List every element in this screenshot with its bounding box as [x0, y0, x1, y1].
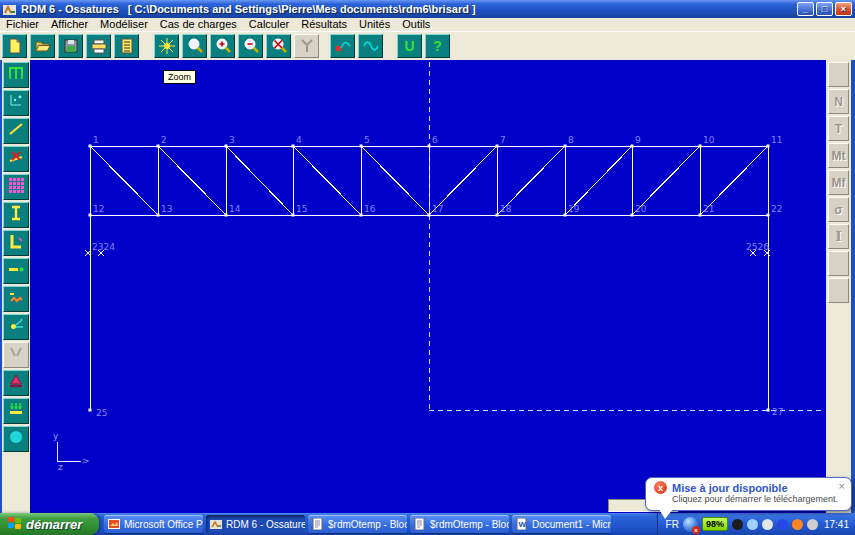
- menu-unit-s[interactable]: Unités: [353, 18, 396, 31]
- menu-afficher[interactable]: Afficher: [45, 18, 94, 31]
- results-shear-button[interactable]: T: [828, 116, 849, 141]
- support-button[interactable]: [3, 370, 29, 396]
- delete-member-button[interactable]: [3, 146, 29, 172]
- window-controls: _ □ ×: [797, 2, 855, 16]
- menu-calculer[interactable]: Calculer: [243, 18, 295, 31]
- menu-outils[interactable]: Outils: [396, 18, 436, 31]
- spring-button[interactable]: [3, 286, 29, 312]
- notepad-icon: [312, 518, 324, 530]
- tray-icon-orange[interactable]: [792, 519, 803, 530]
- task-notepad-1[interactable]: $rdmOtemp - Bloc-n...: [308, 515, 407, 533]
- svg-text:20: 20: [635, 204, 647, 214]
- open-file-button[interactable]: [30, 34, 55, 58]
- svg-text:16: 16: [364, 204, 376, 214]
- menu-r-sultats[interactable]: Résultats: [295, 18, 353, 31]
- member-load-button[interactable]: [3, 342, 29, 368]
- task-word-label: Document1 - Microso...: [532, 519, 611, 530]
- notification-message: Cliquez pour démarrer le téléchargement.: [654, 494, 845, 504]
- results-blank-2[interactable]: [828, 251, 849, 276]
- tray-icon-mouse[interactable]: [807, 519, 818, 530]
- results-section-button[interactable]: I: [828, 224, 849, 249]
- release-button[interactable]: [3, 258, 29, 284]
- axes-grid-button[interactable]: [3, 90, 29, 116]
- zoom-in-button[interactable]: [210, 34, 235, 58]
- results-blank-top[interactable]: [828, 62, 849, 87]
- windows-logo-icon: [7, 516, 22, 533]
- svg-text:W: W: [519, 520, 527, 529]
- section-angle-button[interactable]: [3, 230, 29, 256]
- nodal-load-button[interactable]: [3, 314, 29, 340]
- zoom-tooltip: Zoom: [163, 70, 196, 84]
- save-button[interactable]: [58, 34, 83, 58]
- menu-mod-liser[interactable]: Modéliser: [94, 18, 154, 31]
- start-button[interactable]: démarrer: [0, 513, 99, 535]
- distributed-load-button[interactable]: [3, 398, 29, 424]
- draw-member-button[interactable]: [3, 118, 29, 144]
- influence-line-button[interactable]: [358, 34, 383, 58]
- new-file-button[interactable]: [2, 34, 27, 58]
- frame-library-button[interactable]: [3, 62, 29, 88]
- close-button[interactable]: ×: [835, 2, 852, 16]
- data-list-button[interactable]: [114, 34, 139, 58]
- zoom-reset-button[interactable]: [266, 34, 291, 58]
- menu-fichier[interactable]: Fichier: [0, 18, 45, 31]
- battery-indicator[interactable]: 98%: [702, 517, 728, 531]
- node-grid-button[interactable]: [3, 174, 29, 200]
- svg-text:>: >: [82, 456, 90, 466]
- zoom-extents-button[interactable]: [154, 34, 179, 58]
- units-button-label: U: [404, 39, 414, 53]
- circle-tool-button[interactable]: [3, 426, 29, 452]
- print-button[interactable]: [86, 34, 111, 58]
- save-icon: [62, 37, 80, 55]
- svg-text:2324: 2324: [92, 242, 115, 252]
- section-i-button[interactable]: [3, 202, 29, 228]
- notepad-icon: [414, 518, 426, 530]
- tray-icon-display[interactable]: [762, 519, 773, 530]
- task-word[interactable]: WDocument1 - Microso...: [512, 515, 611, 533]
- zoom-window-button[interactable]: [182, 34, 207, 58]
- start-button-label: démarrer: [26, 517, 82, 532]
- notification-close-icon[interactable]: ×: [839, 481, 845, 491]
- tray-icon-blue[interactable]: [777, 519, 788, 530]
- tray-icon-dark[interactable]: [732, 519, 743, 530]
- results-normal-force-button[interactable]: N: [828, 89, 849, 114]
- tray-icon-arrow[interactable]: [747, 519, 758, 530]
- minimize-button[interactable]: _: [797, 2, 814, 16]
- maximize-button[interactable]: □: [816, 2, 833, 16]
- results-torsion-button[interactable]: Mt: [828, 143, 849, 168]
- angle-icon: [7, 232, 25, 254]
- member-load-icon: [7, 344, 25, 366]
- update-tray-icon[interactable]: x: [683, 517, 698, 532]
- svg-text:4: 4: [296, 135, 302, 145]
- results-bending-button[interactable]: Mf: [828, 170, 849, 195]
- task-notepad-2-label: $rdmOtemp - Bloc-n...: [430, 519, 509, 530]
- task-rdm6[interactable]: RDM 6 - Ossatures ...: [206, 515, 305, 533]
- new-file-icon: [6, 37, 24, 55]
- menu-cas-de-charges[interactable]: Cas de charges: [154, 18, 243, 31]
- drawing-canvas[interactable]: 1234567891011121314151617181920212223242…: [30, 60, 826, 513]
- task-picture-manager-label: Microsoft Office Pict...: [124, 519, 203, 530]
- results-normal-force-button-label: N: [834, 95, 843, 109]
- svg-text:22: 22: [771, 204, 782, 214]
- task-notepad-2[interactable]: $rdmOtemp - Bloc-n...: [410, 515, 509, 533]
- notification-tail: [659, 509, 673, 519]
- language-indicator[interactable]: FR: [666, 519, 679, 530]
- svg-text:25: 25: [96, 408, 107, 418]
- task-picture-manager[interactable]: Microsoft Office Pict...: [104, 515, 203, 533]
- update-notification[interactable]: x Mise à jour disponible × Cliquez pour …: [645, 477, 852, 511]
- notification-title: Mise à jour disponible: [672, 482, 788, 494]
- deformed-shape-button[interactable]: [294, 34, 319, 58]
- left-toolbar: [0, 60, 30, 513]
- node-curve-button[interactable]: [330, 34, 355, 58]
- help-button[interactable]: ?: [425, 34, 450, 58]
- units-button[interactable]: U: [397, 34, 422, 58]
- results-stress-button[interactable]: σ: [828, 197, 849, 222]
- svg-text:15: 15: [296, 204, 307, 214]
- results-blank-3[interactable]: [828, 278, 849, 303]
- zoom-out-button[interactable]: [238, 34, 263, 58]
- titlebar: RDM 6 - Ossatures [ C:\Documents and Set…: [0, 0, 855, 18]
- window-title-path: [ C:\Documents and Settings\Pierre\Mes d…: [128, 3, 476, 15]
- task-rdm6-label: RDM 6 - Ossatures ...: [226, 519, 305, 530]
- erase-icon: [7, 148, 25, 170]
- ibeam-icon: [7, 204, 25, 226]
